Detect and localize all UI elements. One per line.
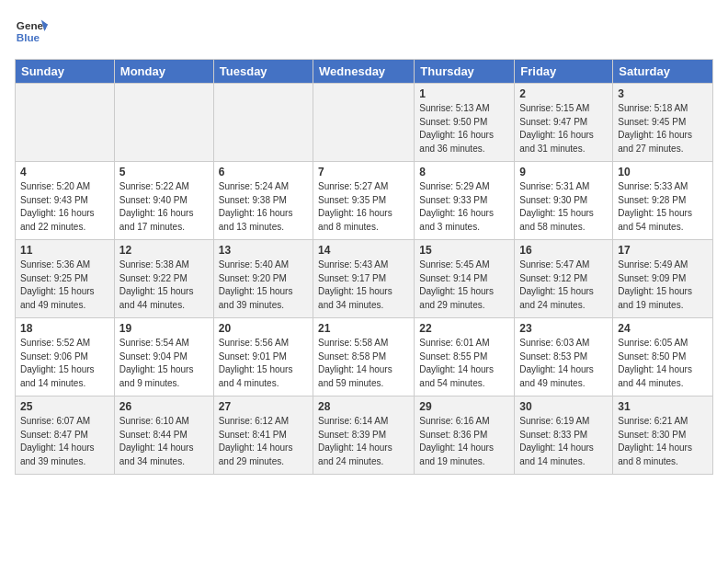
day-number: 16 (519, 244, 608, 257)
day-info: Sunrise: 5:54 AM Sunset: 9:04 PM Dayligh… (119, 337, 209, 390)
day-number: 17 (618, 244, 708, 257)
day-cell: 26Sunrise: 6:10 AM Sunset: 8:44 PM Dayli… (114, 396, 213, 475)
day-info: Sunrise: 5:13 AM Sunset: 9:50 PM Dayligh… (419, 102, 509, 155)
day-info: Sunrise: 6:19 AM Sunset: 8:33 PM Dayligh… (519, 415, 608, 468)
day-cell: 24Sunrise: 6:05 AM Sunset: 8:50 PM Dayli… (613, 318, 713, 396)
day-info: Sunrise: 5:47 AM Sunset: 9:12 PM Dayligh… (519, 259, 608, 312)
day-number: 20 (219, 322, 308, 335)
day-cell: 1Sunrise: 5:13 AM Sunset: 9:50 PM Daylig… (415, 84, 515, 162)
day-info: Sunrise: 5:56 AM Sunset: 9:01 PM Dayligh… (219, 337, 308, 390)
day-cell (16, 84, 115, 162)
day-info: Sunrise: 5:52 AM Sunset: 9:06 PM Dayligh… (20, 337, 109, 390)
day-info: Sunrise: 5:24 AM Sunset: 9:38 PM Dayligh… (219, 180, 308, 234)
day-info: Sunrise: 6:12 AM Sunset: 8:41 PM Dayligh… (219, 415, 308, 468)
day-number: 11 (20, 244, 109, 257)
header-tuesday: Tuesday (213, 60, 313, 84)
day-cell (213, 84, 313, 162)
day-cell: 27Sunrise: 6:12 AM Sunset: 8:41 PM Dayli… (213, 396, 313, 475)
day-number: 13 (219, 244, 308, 257)
day-info: Sunrise: 5:18 AM Sunset: 9:45 PM Dayligh… (618, 102, 708, 155)
day-number: 9 (519, 166, 608, 178)
header-row: SundayMondayTuesdayWednesdayThursdayFrid… (16, 60, 713, 84)
day-cell: 2Sunrise: 5:15 AM Sunset: 9:47 PM Daylig… (515, 84, 613, 162)
day-cell: 5Sunrise: 5:22 AM Sunset: 9:40 PM Daylig… (114, 162, 213, 240)
day-number: 22 (419, 322, 509, 335)
day-info: Sunrise: 5:20 AM Sunset: 9:43 PM Dayligh… (20, 180, 109, 234)
day-cell: 18Sunrise: 5:52 AM Sunset: 9:06 PM Dayli… (16, 318, 115, 396)
svg-text:Blue: Blue (17, 31, 40, 43)
day-info: Sunrise: 5:58 AM Sunset: 8:58 PM Dayligh… (318, 337, 409, 390)
day-number: 1 (419, 87, 509, 100)
day-cell: 11Sunrise: 5:36 AM Sunset: 9:25 PM Dayli… (16, 240, 115, 318)
day-number: 28 (318, 400, 409, 413)
day-info: Sunrise: 5:27 AM Sunset: 9:35 PM Dayligh… (318, 180, 409, 234)
day-number: 14 (318, 244, 409, 257)
day-info: Sunrise: 6:01 AM Sunset: 8:55 PM Dayligh… (419, 337, 509, 390)
day-cell: 7Sunrise: 5:27 AM Sunset: 9:35 PM Daylig… (313, 162, 415, 240)
header-monday: Monday (114, 60, 213, 84)
day-cell: 22Sunrise: 6:01 AM Sunset: 8:55 PM Dayli… (415, 318, 515, 396)
day-number: 10 (618, 166, 708, 178)
day-info: Sunrise: 5:36 AM Sunset: 9:25 PM Dayligh… (20, 259, 109, 312)
day-cell: 13Sunrise: 5:40 AM Sunset: 9:20 PM Dayli… (213, 240, 313, 318)
logo-icon: General Blue (15, 15, 48, 48)
day-info: Sunrise: 6:05 AM Sunset: 8:50 PM Dayligh… (618, 337, 708, 390)
header-thursday: Thursday (415, 60, 515, 84)
day-number: 8 (419, 166, 509, 178)
day-number: 12 (119, 244, 209, 257)
day-number: 4 (20, 166, 109, 178)
week-row-5: 25Sunrise: 6:07 AM Sunset: 8:47 PM Dayli… (16, 396, 713, 475)
day-info: Sunrise: 6:21 AM Sunset: 8:30 PM Dayligh… (618, 415, 708, 468)
day-number: 31 (618, 400, 708, 413)
header-saturday: Saturday (613, 60, 713, 84)
day-number: 27 (219, 400, 308, 413)
day-number: 6 (219, 166, 308, 178)
day-number: 18 (20, 322, 109, 335)
day-number: 26 (119, 400, 209, 413)
header-wednesday: Wednesday (313, 60, 415, 84)
day-cell (313, 84, 415, 162)
day-info: Sunrise: 5:31 AM Sunset: 9:30 PM Dayligh… (519, 180, 608, 234)
day-number: 2 (519, 87, 608, 100)
day-cell: 29Sunrise: 6:16 AM Sunset: 8:36 PM Dayli… (415, 396, 515, 475)
calendar-header: SundayMondayTuesdayWednesdayThursdayFrid… (16, 60, 713, 84)
day-number: 29 (419, 400, 509, 413)
day-number: 3 (618, 87, 708, 100)
day-cell: 31Sunrise: 6:21 AM Sunset: 8:30 PM Dayli… (613, 396, 713, 475)
day-cell: 12Sunrise: 5:38 AM Sunset: 9:22 PM Dayli… (114, 240, 213, 318)
day-info: Sunrise: 5:43 AM Sunset: 9:17 PM Dayligh… (318, 259, 409, 312)
day-info: Sunrise: 5:40 AM Sunset: 9:20 PM Dayligh… (219, 259, 308, 312)
header-friday: Friday (515, 60, 613, 84)
day-number: 24 (618, 322, 708, 335)
day-info: Sunrise: 5:33 AM Sunset: 9:28 PM Dayligh… (618, 180, 708, 234)
header-sunday: Sunday (16, 60, 115, 84)
day-number: 23 (519, 322, 608, 335)
day-cell (114, 84, 213, 162)
day-cell: 14Sunrise: 5:43 AM Sunset: 9:17 PM Dayli… (313, 240, 415, 318)
calendar-body: 1Sunrise: 5:13 AM Sunset: 9:50 PM Daylig… (16, 84, 713, 475)
day-info: Sunrise: 6:10 AM Sunset: 8:44 PM Dayligh… (119, 415, 209, 468)
day-info: Sunrise: 6:16 AM Sunset: 8:36 PM Dayligh… (419, 415, 509, 468)
day-cell: 19Sunrise: 5:54 AM Sunset: 9:04 PM Dayli… (114, 318, 213, 396)
page-header: General Blue (15, 15, 713, 48)
day-cell: 23Sunrise: 6:03 AM Sunset: 8:53 PM Dayli… (515, 318, 613, 396)
week-row-1: 1Sunrise: 5:13 AM Sunset: 9:50 PM Daylig… (16, 84, 713, 162)
day-info: Sunrise: 6:14 AM Sunset: 8:39 PM Dayligh… (318, 415, 409, 468)
day-cell: 4Sunrise: 5:20 AM Sunset: 9:43 PM Daylig… (16, 162, 115, 240)
day-number: 5 (119, 166, 209, 178)
day-cell: 21Sunrise: 5:58 AM Sunset: 8:58 PM Dayli… (313, 318, 415, 396)
day-cell: 20Sunrise: 5:56 AM Sunset: 9:01 PM Dayli… (213, 318, 313, 396)
day-info: Sunrise: 5:49 AM Sunset: 9:09 PM Dayligh… (618, 259, 708, 312)
day-cell: 9Sunrise: 5:31 AM Sunset: 9:30 PM Daylig… (515, 162, 613, 240)
day-cell: 28Sunrise: 6:14 AM Sunset: 8:39 PM Dayli… (313, 396, 415, 475)
day-info: Sunrise: 5:29 AM Sunset: 9:33 PM Dayligh… (419, 180, 509, 234)
day-info: Sunrise: 6:07 AM Sunset: 8:47 PM Dayligh… (20, 415, 109, 468)
day-cell: 16Sunrise: 5:47 AM Sunset: 9:12 PM Dayli… (515, 240, 613, 318)
week-row-3: 11Sunrise: 5:36 AM Sunset: 9:25 PM Dayli… (16, 240, 713, 318)
week-row-2: 4Sunrise: 5:20 AM Sunset: 9:43 PM Daylig… (16, 162, 713, 240)
logo: General Blue (15, 15, 24, 48)
day-number: 21 (318, 322, 409, 335)
day-cell: 10Sunrise: 5:33 AM Sunset: 9:28 PM Dayli… (613, 162, 713, 240)
week-row-4: 18Sunrise: 5:52 AM Sunset: 9:06 PM Dayli… (16, 318, 713, 396)
day-cell: 8Sunrise: 5:29 AM Sunset: 9:33 PM Daylig… (415, 162, 515, 240)
